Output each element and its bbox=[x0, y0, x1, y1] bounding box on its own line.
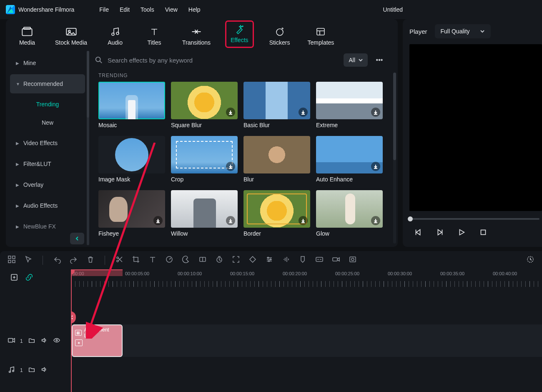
sidebar-item-audio-effects[interactable]: ▶Audio Effects bbox=[10, 196, 85, 215]
effect-thumbnail[interactable] bbox=[243, 190, 310, 228]
adjust-button[interactable] bbox=[265, 255, 274, 265]
sidebar-item-overlay[interactable]: ▶Overlay bbox=[10, 175, 85, 194]
effect-thumbnail[interactable] bbox=[98, 190, 165, 228]
effect-card[interactable]: Glow bbox=[316, 190, 383, 237]
layout-grid-button[interactable] bbox=[8, 255, 16, 265]
download-icon[interactable] bbox=[371, 216, 380, 225]
search-input[interactable] bbox=[107, 56, 339, 64]
player-viewport[interactable] bbox=[409, 44, 542, 211]
split-button[interactable] bbox=[115, 255, 123, 265]
track-visibility-button[interactable] bbox=[53, 337, 60, 346]
prev-frame-button[interactable] bbox=[414, 228, 423, 239]
link-tracks-button[interactable] bbox=[25, 273, 33, 283]
playhead[interactable] bbox=[71, 269, 72, 392]
download-icon[interactable] bbox=[371, 108, 380, 117]
tab-media[interactable]: Media bbox=[16, 27, 38, 46]
player-quality-dropdown[interactable]: Full Quality bbox=[435, 24, 491, 38]
effect-card[interactable]: Square Blur bbox=[171, 82, 238, 128]
effect-thumbnail[interactable] bbox=[171, 82, 238, 119]
effect-card[interactable]: Extreme bbox=[316, 82, 383, 128]
audio-track-lane[interactable] bbox=[71, 363, 542, 386]
effect-card[interactable]: Blur bbox=[243, 136, 310, 183]
effect-card[interactable]: Willow bbox=[171, 190, 238, 237]
sidebar-sub-trending[interactable]: Trending bbox=[10, 95, 85, 113]
subtitle-button[interactable] bbox=[315, 255, 324, 265]
effect-thumbnail[interactable] bbox=[243, 136, 310, 173]
tab-stock-media[interactable]: Stock Media bbox=[55, 27, 87, 46]
tab-templates[interactable]: Templates bbox=[308, 27, 334, 46]
more-options-button[interactable]: ••• bbox=[372, 53, 387, 67]
effect-card[interactable]: Fisheye bbox=[98, 190, 165, 237]
sidebar-item-recommended[interactable]: ▼Recommended bbox=[10, 74, 85, 93]
effect-card[interactable]: Border bbox=[243, 190, 310, 237]
fit-button[interactable] bbox=[232, 255, 240, 265]
effect-thumbnail[interactable] bbox=[171, 190, 238, 228]
sidebar-item-mine[interactable]: ▶Mine bbox=[10, 53, 85, 73]
duration-button[interactable] bbox=[215, 255, 223, 265]
menu-help[interactable]: Help bbox=[188, 6, 201, 13]
track-folder-button[interactable] bbox=[28, 337, 35, 346]
track-mute-button[interactable] bbox=[40, 366, 48, 375]
sidebar-item-video-effects[interactable]: ▶Video Effects bbox=[10, 133, 85, 153]
effect-card[interactable]: Basic Blur bbox=[243, 82, 310, 128]
color-button[interactable] bbox=[182, 255, 190, 265]
tab-titles[interactable]: Titles bbox=[143, 27, 166, 46]
tab-transitions[interactable]: Transitions bbox=[182, 27, 211, 46]
timeline-options-button[interactable] bbox=[526, 255, 534, 265]
download-icon[interactable] bbox=[153, 216, 163, 225]
track-mute-button[interactable] bbox=[40, 337, 48, 346]
export-frame-button[interactable] bbox=[349, 255, 357, 265]
download-icon[interactable] bbox=[371, 162, 380, 171]
mask-button[interactable] bbox=[198, 255, 207, 265]
tab-stickers[interactable]: Stickers bbox=[268, 27, 291, 46]
record-button[interactable] bbox=[332, 255, 340, 265]
filter-dropdown[interactable]: All bbox=[344, 53, 368, 67]
cursor-tool-button[interactable] bbox=[24, 255, 33, 265]
effect-thumbnail[interactable] bbox=[98, 136, 165, 173]
selection-range[interactable] bbox=[71, 269, 123, 276]
add-track-button[interactable] bbox=[10, 273, 18, 283]
effect-card[interactable]: Auto Enhance bbox=[316, 136, 383, 183]
play-next-button[interactable] bbox=[435, 228, 444, 239]
text-tool-button[interactable] bbox=[148, 255, 157, 265]
sidebar-item-filter-lut[interactable]: ▶Filter&LUT bbox=[10, 154, 85, 173]
timeline-clip-adjustment-layer[interactable]: ▦ Adjustment La... ✦ bbox=[72, 324, 123, 357]
play-button[interactable] bbox=[457, 228, 466, 239]
menu-file[interactable]: File bbox=[99, 6, 109, 13]
menu-tools[interactable]: Tools bbox=[141, 6, 154, 13]
download-icon[interactable] bbox=[299, 216, 308, 225]
download-icon[interactable] bbox=[226, 162, 235, 171]
keyframe-button[interactable] bbox=[248, 255, 257, 265]
undo-button[interactable] bbox=[53, 255, 61, 265]
effect-thumbnail[interactable] bbox=[98, 82, 165, 119]
delete-button[interactable] bbox=[86, 255, 95, 265]
crop-button[interactable] bbox=[132, 255, 140, 265]
timeline-ruler[interactable]: 00:0000:00:05:0000:00:10:0000:00:15:0000… bbox=[71, 269, 542, 287]
effect-thumbnail[interactable] bbox=[316, 82, 383, 119]
tab-effects[interactable]: Effects bbox=[227, 23, 252, 46]
audio-edit-button[interactable] bbox=[282, 255, 290, 265]
download-icon[interactable] bbox=[226, 108, 235, 117]
effect-thumbnail[interactable] bbox=[243, 82, 310, 119]
timeline-tracks[interactable]: 00:0000:00:05:0000:00:10:0000:00:15:0000… bbox=[71, 269, 542, 392]
seek-bar[interactable] bbox=[409, 215, 542, 223]
sidebar-sub-new[interactable]: New bbox=[10, 113, 85, 132]
effect-thumbnail[interactable] bbox=[171, 136, 238, 173]
marker-button[interactable] bbox=[299, 255, 307, 265]
video-track-lane[interactable] bbox=[71, 324, 542, 357]
effects-scrollbar[interactable] bbox=[393, 73, 396, 244]
tab-audio[interactable]: Audio bbox=[104, 27, 126, 46]
effect-card[interactable]: Crop bbox=[171, 136, 238, 183]
menu-view[interactable]: View bbox=[165, 6, 178, 13]
seek-thumb[interactable] bbox=[408, 216, 413, 221]
effect-thumbnail[interactable] bbox=[316, 136, 383, 173]
menu-edit[interactable]: Edit bbox=[120, 6, 130, 13]
speed-button[interactable] bbox=[165, 255, 173, 265]
download-icon[interactable] bbox=[299, 108, 308, 117]
redo-button[interactable] bbox=[70, 255, 78, 265]
effect-card[interactable]: Mosaic bbox=[98, 82, 165, 128]
stop-button[interactable] bbox=[479, 228, 488, 239]
effect-card[interactable]: Image Mask bbox=[98, 136, 165, 183]
download-icon[interactable] bbox=[226, 216, 235, 225]
track-folder-button[interactable] bbox=[28, 366, 35, 375]
